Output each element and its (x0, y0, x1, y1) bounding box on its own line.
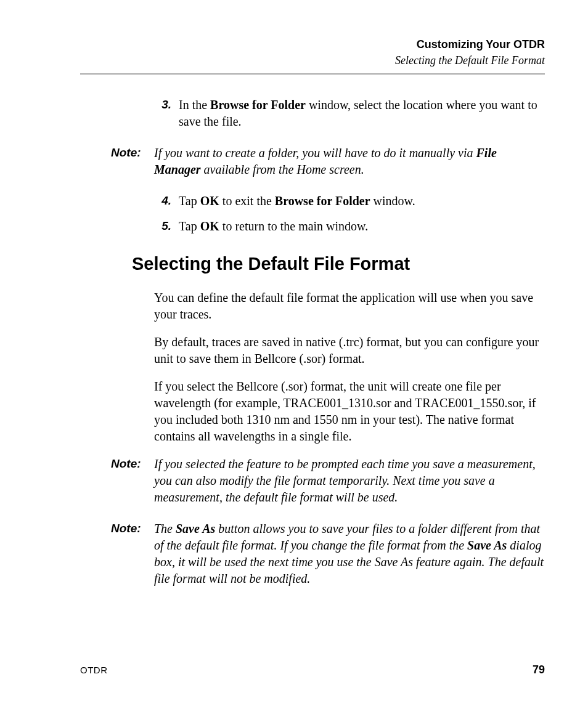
note-label: Note: (80, 521, 154, 587)
footer-page-number: 79 (533, 662, 545, 677)
body-paragraph-2: By default, traces are saved in native (… (154, 334, 545, 367)
step-number: 3. (154, 97, 179, 130)
body-paragraph-1: You can define the default file format t… (154, 290, 545, 323)
note-block-3: Note: The Save As button allows you to s… (80, 521, 545, 587)
note-text: If you want to create a folder, you will… (154, 145, 545, 178)
footer-doc-name: OTDR (80, 664, 108, 676)
body-paragraph-3: If you select the Bellcore (.sor) format… (154, 378, 545, 445)
text-run: Tap (179, 219, 200, 233)
page-footer: OTDR 79 (80, 662, 545, 677)
bold-run: Browse for Folder (275, 194, 370, 208)
bold-run: OK (200, 194, 219, 208)
text-run: In the (179, 98, 210, 112)
text-run: window. (370, 194, 415, 208)
body-block: You can define the default file format t… (154, 290, 545, 445)
step-5: 5. Tap OK to return to the main window. (154, 218, 545, 235)
note-text: If you selected the feature to be prompt… (154, 456, 545, 506)
steps-mid: 4. Tap OK to exit the Browse for Folder … (154, 193, 545, 235)
bold-run: OK (200, 219, 219, 233)
header-section-title: Selecting the Default File Format (80, 53, 545, 68)
bold-run: Browse for Folder (210, 98, 306, 112)
bold-italic-run: Save As (176, 522, 215, 535)
steps-top: 3. In the Browse for Folder window, sele… (154, 97, 545, 130)
chapter-title: Customizing Your OTDR (80, 37, 545, 52)
text-run: to return to the main window. (219, 219, 368, 233)
text-run: If you want to create a folder, you will… (154, 146, 476, 160)
running-header: Customizing Your OTDR Selecting the Defa… (80, 37, 545, 68)
note-block-1: Note: If you want to create a folder, yo… (80, 145, 545, 178)
text-run: available from the Home screen. (201, 163, 364, 176)
step-text: In the Browse for Folder window, select … (179, 97, 545, 130)
text-run: The (154, 522, 176, 535)
step-number: 5. (154, 218, 179, 235)
text-run: to exit the (219, 194, 275, 208)
note-label: Note: (80, 145, 154, 178)
text-run: Tap (179, 194, 200, 208)
step-4: 4. Tap OK to exit the Browse for Folder … (154, 193, 545, 209)
step-3: 3. In the Browse for Folder window, sele… (154, 97, 545, 130)
bold-italic-run: Save As (467, 538, 507, 552)
note-text: The Save As button allows you to save yo… (154, 521, 545, 587)
header-rule (80, 73, 545, 75)
step-text: Tap OK to return to the main window. (179, 218, 545, 235)
step-text: Tap OK to exit the Browse for Folder win… (179, 193, 545, 209)
section-heading: Selecting the Default File Format (132, 252, 545, 276)
note-label: Note: (80, 456, 154, 506)
note-block-2: Note: If you selected the feature to be … (80, 456, 545, 506)
step-number: 4. (154, 193, 179, 209)
